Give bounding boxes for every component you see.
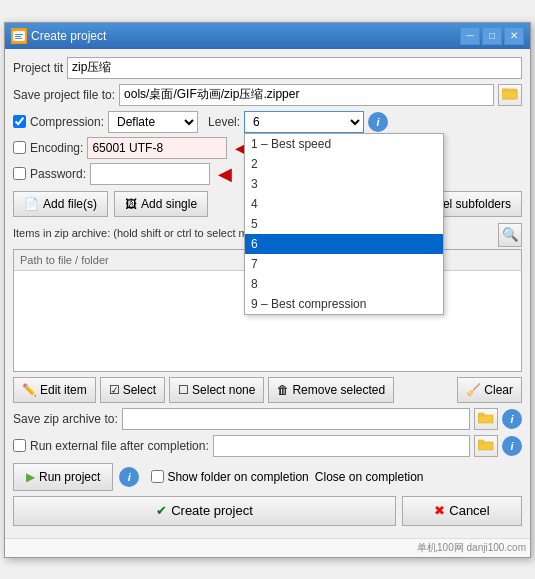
svg-rect-2 (15, 36, 21, 37)
encoding-input[interactable] (87, 137, 227, 159)
minimize-button[interactable]: ─ (460, 27, 480, 45)
level-option-5[interactable]: 5 (245, 214, 443, 234)
title-bar: Create project ─ □ ✕ (5, 23, 530, 49)
window-title: Create project (31, 29, 106, 43)
project-title-label: Project tit (13, 61, 63, 75)
folder-icon-2 (478, 410, 494, 427)
search-icon: 🔍 (502, 227, 519, 242)
save-project-row: Save project file to: (13, 84, 522, 106)
compression-select[interactable]: Deflate Store BZip2 LZMA (108, 111, 198, 133)
encoding-checkbox[interactable] (13, 141, 26, 154)
select-none-label: Select none (192, 383, 255, 397)
add-single-button[interactable]: 🖼 Add single (114, 191, 208, 217)
level-option-1[interactable]: 1 – Best speed (245, 134, 443, 154)
level-option-3[interactable]: 3 (245, 174, 443, 194)
level-option-8[interactable]: 8 (245, 274, 443, 294)
save-archive-info-button[interactable]: i (502, 409, 522, 429)
compression-checkbox[interactable] (13, 115, 26, 128)
select-none-icon: ☐ (178, 383, 189, 397)
save-archive-folder-button[interactable] (474, 408, 498, 430)
clear-icon: 🧹 (466, 383, 481, 397)
svg-rect-6 (478, 413, 484, 416)
select-label: Select (123, 383, 156, 397)
edit-item-label: Edit item (40, 383, 87, 397)
file-list-header-path: Path to file / folder (18, 252, 268, 268)
run-external-folder-button[interactable] (474, 435, 498, 457)
select-none-button[interactable]: ☐ Select none (169, 377, 264, 403)
window-content: Project tit Save project file to: Compre… (5, 49, 530, 538)
create-project-button[interactable]: ✔ Create project (13, 496, 396, 526)
password-label: Password: (30, 167, 86, 181)
run-project-button[interactable]: ▶ Run project (13, 463, 113, 491)
close-button[interactable]: ✕ (504, 27, 524, 45)
red-arrow-2: ◀ (218, 163, 232, 185)
run-external-info-button[interactable]: i (502, 436, 522, 456)
add-single-label: Add single (141, 197, 197, 211)
close-on-completion-row: Close on completion (315, 470, 424, 484)
level-dropdown-list: 1 – Best speed 2 3 4 5 6 7 8 9 – Best co… (244, 133, 444, 315)
project-title-input[interactable] (67, 57, 522, 79)
select-button[interactable]: ☑ Select (100, 377, 165, 403)
run-external-checkbox[interactable] (13, 439, 26, 452)
cancel-label: Cancel (449, 503, 489, 518)
create-project-label: Create project (171, 503, 253, 518)
bottom-buttons: ✏️ Edit item ☑ Select ☐ Select none 🗑 Re… (13, 377, 522, 403)
save-archive-input[interactable] (122, 408, 470, 430)
title-bar-controls: ─ □ ✕ (460, 27, 524, 45)
password-input[interactable] (90, 163, 210, 185)
svg-rect-1 (15, 34, 23, 35)
save-project-folder-button[interactable] (498, 84, 522, 106)
edit-item-button[interactable]: ✏️ Edit item (13, 377, 96, 403)
search-button[interactable]: 🔍 (498, 223, 522, 247)
remove-selected-button[interactable]: 🗑 Remove selected (268, 377, 394, 403)
close-on-completion-label: Close on completion (315, 470, 424, 484)
title-bar-left: Create project (11, 28, 106, 44)
create-project-window: Create project ─ □ ✕ Project tit Save pr… (4, 22, 531, 558)
level-option-6[interactable]: 6 (245, 234, 443, 254)
checkmark-icon: ✔ (156, 503, 167, 518)
remove-selected-label: Remove selected (292, 383, 385, 397)
folder-icon (502, 86, 518, 103)
run-row: ▶ Run project i Show folder on completio… (13, 463, 522, 491)
maximize-button[interactable]: □ (482, 27, 502, 45)
save-project-label: Save project file to: (13, 88, 115, 102)
level-option-2[interactable]: 2 (245, 154, 443, 174)
clear-button[interactable]: 🧹 Clear (457, 377, 522, 403)
add-files-button[interactable]: 📄 Add file(s) (13, 191, 108, 217)
level-option-9[interactable]: 9 – Best compression (245, 294, 443, 314)
cross-icon: ✖ (434, 503, 445, 518)
level-option-7[interactable]: 7 (245, 254, 443, 274)
save-project-input[interactable] (119, 84, 494, 106)
encoding-label: Encoding: (30, 141, 83, 155)
run-icon: ▶ (26, 470, 35, 484)
cancel-button[interactable]: ✖ Cancel (402, 496, 522, 526)
compression-info-button[interactable]: i (368, 112, 388, 132)
level-label: Level: (208, 115, 240, 129)
add-files-icon: 📄 (24, 197, 39, 211)
run-external-label: Run external file after completion: (30, 439, 209, 453)
svg-rect-7 (478, 440, 484, 443)
show-folder-label: Show folder on completion (167, 470, 308, 484)
pencil-icon: ✏️ (22, 383, 37, 397)
run-external-input[interactable] (213, 435, 470, 457)
level-dropdown-container: 6 1 – Best speed 2 3 4 5 6 7 8 9 – Best … (244, 111, 364, 133)
watermark-text: 单机100网 danji100.com (417, 542, 526, 553)
level-select[interactable]: 6 (244, 111, 364, 133)
password-checkbox[interactable] (13, 167, 26, 180)
watermark: 单机100网 danji100.com (5, 538, 530, 557)
folder-icon-3 (478, 437, 494, 454)
save-archive-label: Save zip archive to: (13, 412, 118, 426)
add-single-icon: 🖼 (125, 197, 137, 211)
svg-rect-3 (15, 38, 22, 39)
final-buttons-row: ✔ Create project ✖ Cancel (13, 496, 522, 526)
run-external-row: Run external file after completion: i (13, 435, 522, 457)
remove-icon: 🗑 (277, 383, 289, 397)
level-option-4[interactable]: 4 (245, 194, 443, 214)
window-icon (11, 28, 27, 44)
show-folder-checkbox[interactable] (151, 470, 164, 483)
save-archive-row: Save zip archive to: i (13, 408, 522, 430)
project-title-row: Project tit (13, 57, 522, 79)
show-folder-row: Show folder on completion (151, 470, 308, 484)
run-project-info-button[interactable]: i (119, 467, 139, 487)
run-project-label: Run project (39, 470, 100, 484)
